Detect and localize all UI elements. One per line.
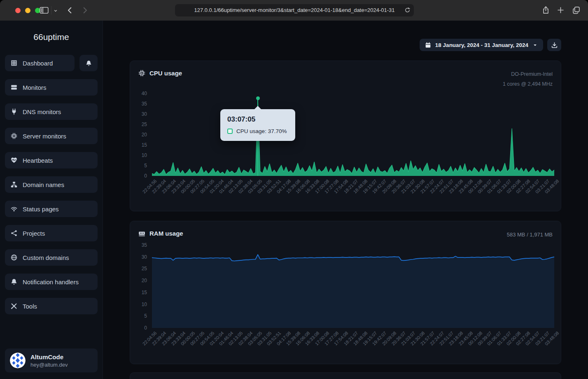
y-tick-label: 30 [142, 254, 147, 260]
sidebar-item-domain-names[interactable]: Domain names [5, 176, 98, 193]
nodes-icon [11, 230, 17, 236]
sidebar-item-tools[interactable]: Tools [5, 298, 98, 314]
y-tick-label: 40 [142, 91, 147, 96]
ram-plot-area[interactable]: 35302520151050 22:04:5622:39:0423:06:042… [152, 245, 554, 328]
legend-marker-icon [227, 129, 233, 134]
y-tick-label: 25 [142, 266, 147, 271]
sidebar-item-label: Notification handlers [23, 278, 79, 285]
y-tick-label: 0 [144, 325, 147, 331]
ram-usage-card: RAM usage 583 MB / 1,971 MB 353025201510… [130, 221, 561, 364]
next-card-partial [130, 372, 561, 379]
sidebar-item-label: Dashboard [23, 60, 53, 67]
user-email: hey@altum.dev [30, 362, 68, 368]
cpu-chip-icon [138, 70, 145, 77]
download-icon [551, 42, 558, 48]
address-bar[interactable]: 127.0.0.1/66uptime/server-monitor/3&star… [175, 4, 414, 16]
hover-point-marker [256, 96, 260, 100]
sidebar-nav: DashboardMonitorsDNS monitorsServer moni… [5, 55, 98, 314]
user-name: AltumCode [30, 353, 68, 361]
sidebar-item-notification-handlers[interactable]: Notification handlers [5, 274, 98, 290]
y-tick-label: 15 [142, 142, 147, 148]
chart-tooltip: 03:07:05 CPU usage: 37.70% [220, 109, 295, 141]
grid-icon [11, 60, 17, 66]
sidebar-toggle-icon[interactable] [40, 7, 49, 14]
date-range-label: 18 January, 2024 - 31 January, 2024 [435, 42, 528, 48]
ram-usage-summary: 583 MB / 1,971 MB [507, 230, 553, 240]
sidebar-item-heartbeats[interactable]: Heartbeats [5, 152, 98, 168]
app-logo: 66uptime [5, 32, 98, 42]
sidebar-item-dns-monitors[interactable]: DNS monitors [5, 103, 98, 120]
sidebar-item-projects[interactable]: Projects [5, 225, 98, 241]
y-tick-label: 10 [142, 302, 147, 307]
reload-icon[interactable] [404, 7, 411, 15]
y-tick-label: 30 [142, 111, 147, 117]
sidebar-row-dashboard: Dashboard [5, 55, 98, 71]
y-tick-label: 5 [144, 313, 147, 319]
y-tick-label: 25 [142, 122, 147, 127]
sidebar-item-label: DNS monitors [23, 108, 61, 115]
y-tick-label: 35 [142, 101, 147, 107]
server-plan-label: DO-Premium-Intel [503, 70, 553, 80]
main-content: 18 January, 2024 - 31 January, 2024 CPU … [103, 21, 588, 379]
y-tick-label: 20 [142, 132, 147, 138]
cpu-server-info: DO-Premium-Intel 1 cores @ 2,494 MHz [503, 70, 553, 89]
close-window-button[interactable] [15, 8, 21, 13]
sidebar-item-label: Status pages [23, 206, 59, 213]
sidebar-item-dashboard[interactable]: Dashboard [5, 55, 75, 71]
sidebar-item-custom-domains[interactable]: Custom domains [5, 249, 98, 266]
url-text: 127.0.0.1/66uptime/server-monitor/3&star… [175, 4, 414, 16]
globe-icon [11, 254, 17, 261]
sidebar-item-label: Server monitors [23, 133, 66, 140]
sidebar-item-label: Domain names [23, 181, 64, 188]
y-tick-label: 0 [144, 173, 147, 179]
ram-card-header: RAM usage 583 MB / 1,971 MB [130, 221, 561, 240]
new-tab-icon[interactable] [557, 7, 564, 14]
app-body: 66uptime DashboardMonitorsDNS monitorsSe… [0, 21, 588, 379]
cpu-plot-area[interactable]: 4035302520151050 03:07:05 CPU usage: 37.… [152, 94, 554, 176]
wifi-icon [11, 206, 17, 212]
y-tick-label: 20 [142, 278, 147, 283]
bell-icon [86, 60, 92, 66]
date-range-picker[interactable]: 18 January, 2024 - 31 January, 2024 [420, 39, 543, 51]
tooltip-time: 03:07:05 [227, 115, 288, 124]
browser-chrome: 127.0.0.1/66uptime/server-monitor/3&star… [0, 0, 588, 21]
y-tick-label: 5 [144, 163, 147, 168]
sidebar: 66uptime DashboardMonitorsDNS monitorsSe… [0, 21, 103, 379]
y-tick-label: 15 [142, 290, 147, 295]
cpu-x-axis: 22:04:5622:39:0423:06:0423:33:0400:00:05… [152, 178, 554, 213]
server-cores-label: 1 cores @ 2,494 MHz [503, 80, 553, 89]
caret-down-icon [532, 42, 538, 48]
minimize-window-button[interactable] [25, 8, 30, 13]
sidebar-item-monitors[interactable]: Monitors [5, 79, 98, 96]
cpu-y-axis: 4035302520151050 [132, 94, 147, 176]
back-button[interactable] [66, 7, 74, 14]
user-card[interactable]: AltumCode hey@altum.dev [5, 349, 98, 372]
ram-y-axis: 35302520151050 [132, 245, 147, 328]
share-icon[interactable] [542, 6, 550, 14]
cpu-line-chart [152, 94, 554, 176]
server-icon [11, 84, 17, 91]
toolbar: 18 January, 2024 - 31 January, 2024 [130, 39, 561, 51]
ram-line-chart [152, 245, 554, 328]
export-button[interactable] [547, 39, 561, 51]
plug-icon [11, 108, 17, 115]
forward-button[interactable] [81, 7, 89, 14]
chevron-down-icon[interactable] [53, 8, 58, 13]
browser-window: 127.0.0.1/66uptime/server-monitor/3&star… [0, 0, 588, 379]
heart-pulse-icon [11, 157, 17, 164]
tab-overview-icon[interactable] [572, 6, 580, 14]
sidebar-item-label: Projects [23, 230, 45, 237]
sidebar-item-label: Monitors [23, 84, 47, 91]
sidebar-item-label: Custom domains [23, 254, 69, 261]
sidebar-item-status-pages[interactable]: Status pages [5, 201, 98, 217]
sidebar-item-server-monitors[interactable]: Server monitors [5, 128, 98, 144]
cpu-chart-title: CPU usage [149, 70, 182, 77]
notifications-button[interactable] [79, 55, 98, 71]
ram-x-axis: 22:04:5622:39:0423:06:0423:33:0400:00:05… [152, 330, 554, 365]
sitemap-icon [11, 181, 17, 188]
bell-icon [11, 278, 17, 285]
cpu-card-header: CPU usage DO-Premium-Intel 1 cores @ 2,4… [130, 61, 561, 89]
y-tick-label: 10 [142, 152, 147, 158]
ram-chart-title: RAM usage [149, 230, 183, 237]
tooltip-value: CPU usage: 37.70% [236, 128, 287, 134]
